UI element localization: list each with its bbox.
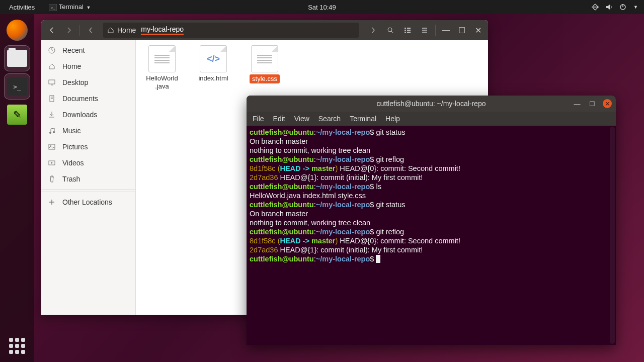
sidebar-item-documents[interactable]: Documents bbox=[41, 90, 135, 107]
download-icon bbox=[48, 111, 56, 118]
sidebar-item-label: Videos bbox=[62, 159, 84, 167]
files-headerbar: Home my-local-repo — ☐ ✕ bbox=[41, 20, 488, 40]
terminal-minimize-button[interactable]: — bbox=[573, 99, 582, 108]
svg-rect-6 bbox=[405, 30, 406, 31]
dock-terminal[interactable]: >_ bbox=[4, 73, 30, 100]
sidebar-item-other-locations[interactable]: Other Locations bbox=[41, 194, 135, 210]
terminal-line: cuttlefish@ubuntu:~/my-local-repo$ git r… bbox=[250, 155, 613, 164]
topbar-app-menu[interactable]: >_ Terminal ▼ bbox=[45, 1, 95, 14]
music-icon bbox=[48, 127, 56, 134]
svg-line-3 bbox=[391, 31, 393, 33]
breadcrumb-home-label: Home bbox=[117, 26, 136, 34]
clock[interactable]: Sat 10:49 bbox=[308, 4, 336, 11]
maximize-button[interactable]: ☐ bbox=[455, 23, 469, 37]
file-label: index.html bbox=[198, 74, 228, 82]
firefox-icon bbox=[7, 20, 28, 41]
trash-icon bbox=[48, 175, 56, 183]
power-icon[interactable] bbox=[619, 4, 626, 11]
terminal-menubar: FileEditViewSearchTerminalHelp bbox=[247, 112, 616, 126]
dock-notepad[interactable]: ✎ bbox=[4, 102, 30, 128]
system-menu-chevron-icon[interactable]: ▼ bbox=[633, 5, 638, 10]
dock-show-apps[interactable] bbox=[7, 336, 27, 356]
network-icon[interactable] bbox=[591, 4, 599, 11]
minimize-button[interactable]: — bbox=[439, 23, 453, 37]
terminal-cursor bbox=[376, 255, 380, 263]
terminal-menu-edit[interactable]: Edit bbox=[273, 115, 285, 123]
breadcrumb-current[interactable]: my-local-repo bbox=[141, 25, 184, 35]
file-item[interactable]: HelloWorld .java bbox=[142, 45, 182, 90]
dock: >_ ✎ bbox=[0, 14, 34, 362]
terminal-body[interactable]: cuttlefish@ubuntu:~/my-local-repo$ git s… bbox=[247, 126, 616, 345]
terminal-line: cuttlefish@ubuntu:~/my-local-repo$ bbox=[250, 254, 613, 263]
path-forward-button[interactable] bbox=[366, 23, 381, 37]
terminal-titlebar[interactable]: cuttlefish@ubuntu: ~/my-local-repo — ☐ ✕ bbox=[247, 96, 616, 112]
gnome-topbar: Activities >_ Terminal ▼ Sat 10:49 ▼ bbox=[0, 0, 644, 14]
terminal-maximize-button[interactable]: ☐ bbox=[588, 99, 597, 108]
terminal-line: 2d7ad36 HEAD@{1}: commit (initial): My f… bbox=[250, 173, 613, 182]
svg-rect-21 bbox=[49, 144, 55, 149]
sidebar-item-trash[interactable]: Trash bbox=[41, 171, 135, 187]
file-icon bbox=[148, 45, 176, 72]
terminal-menu-help[interactable]: Help bbox=[385, 115, 400, 123]
svg-point-2 bbox=[388, 28, 392, 32]
svg-rect-8 bbox=[405, 32, 406, 33]
activities-button[interactable]: Activities bbox=[5, 2, 39, 13]
terminal-menu-view[interactable]: View bbox=[294, 115, 309, 123]
svg-point-19 bbox=[49, 132, 51, 134]
sidebar-item-downloads[interactable]: Downloads bbox=[41, 107, 135, 123]
chevron-down-icon: ▼ bbox=[86, 5, 91, 10]
nav-back-button[interactable] bbox=[44, 23, 59, 37]
doc-icon bbox=[48, 95, 56, 102]
terminal-menu-file[interactable]: File bbox=[253, 115, 264, 123]
nav-forward-button[interactable] bbox=[61, 23, 76, 37]
dock-firefox[interactable] bbox=[4, 17, 30, 43]
file-item[interactable]: </>index.html bbox=[193, 45, 233, 82]
sidebar-item-music[interactable]: Music bbox=[41, 123, 135, 139]
search-button[interactable] bbox=[383, 23, 398, 37]
terminal-line: On branch master bbox=[250, 137, 613, 146]
list-icon bbox=[404, 27, 411, 34]
home-icon bbox=[48, 63, 56, 70]
dock-files[interactable] bbox=[4, 45, 30, 71]
terminal-line: cuttlefish@ubuntu:~/my-local-repo$ git r… bbox=[250, 227, 613, 236]
plus-icon bbox=[48, 199, 56, 206]
sidebar-item-pictures[interactable]: Pictures bbox=[41, 139, 135, 155]
clock-icon bbox=[48, 47, 56, 54]
notepad-icon: ✎ bbox=[7, 105, 27, 125]
files-sidebar: RecentHomeDesktopDocumentsDownloadsMusic… bbox=[41, 40, 136, 315]
sidebar-item-videos[interactable]: Videos bbox=[41, 155, 135, 171]
svg-point-20 bbox=[53, 131, 55, 133]
files-icon bbox=[7, 50, 27, 67]
sidebar-item-label: Downloads bbox=[62, 111, 97, 119]
terminal-menu-terminal[interactable]: Terminal bbox=[350, 115, 376, 123]
terminal-line: nothing to commit, working tree clean bbox=[250, 218, 613, 227]
terminal-line: cuttlefish@ubuntu:~/my-local-repo$ git s… bbox=[250, 128, 613, 137]
breadcrumb[interactable]: Home my-local-repo bbox=[103, 23, 359, 38]
sidebar-item-label: Documents bbox=[62, 95, 98, 103]
home-icon bbox=[107, 27, 114, 34]
sidebar-item-recent[interactable]: Recent bbox=[41, 42, 135, 58]
terminal-close-button[interactable]: ✕ bbox=[603, 99, 612, 108]
sidebar-item-label: Home bbox=[62, 62, 81, 70]
sidebar-item-desktop[interactable]: Desktop bbox=[41, 74, 135, 90]
svg-rect-7 bbox=[407, 30, 411, 31]
hamburger-button[interactable] bbox=[417, 23, 432, 37]
view-list-button[interactable] bbox=[400, 23, 415, 37]
breadcrumb-home[interactable]: Home bbox=[107, 26, 136, 34]
sidebar-item-label: Desktop bbox=[62, 78, 88, 86]
path-back-button[interactable] bbox=[83, 23, 98, 37]
terminal-scrollbar[interactable] bbox=[610, 127, 615, 344]
svg-rect-4 bbox=[405, 28, 406, 29]
file-item[interactable]: style.css bbox=[245, 45, 285, 83]
terminal-line: HelloWorld.java index.html style.css bbox=[250, 191, 613, 200]
terminal-line: cuttlefish@ubuntu:~/my-local-repo$ git s… bbox=[250, 200, 613, 209]
svg-rect-14 bbox=[49, 80, 55, 84]
sidebar-item-home[interactable]: Home bbox=[41, 58, 135, 74]
video-icon bbox=[48, 159, 56, 166]
sidebar-item-label: Music bbox=[62, 127, 81, 135]
file-icon bbox=[251, 45, 278, 72]
close-button[interactable]: ✕ bbox=[471, 23, 485, 37]
volume-icon[interactable] bbox=[605, 4, 613, 11]
svg-rect-9 bbox=[407, 32, 411, 33]
terminal-menu-search[interactable]: Search bbox=[318, 115, 341, 123]
